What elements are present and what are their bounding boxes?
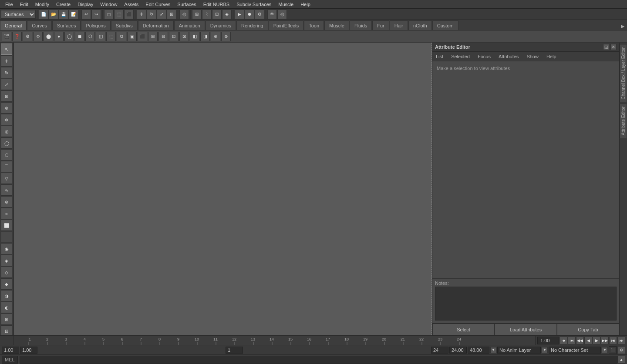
go-end-btn[interactable]: ⏭: [617, 337, 625, 344]
twist-tool[interactable]: ⊛: [1, 196, 12, 207]
tb2-15[interactable]: ⊞: [148, 32, 158, 41]
right-tab-channel-box[interactable]: Channel Box / Layer Editor: [620, 44, 627, 103]
menu-subdiv[interactable]: Subdiv Surfaces: [233, 1, 275, 8]
rotate-btn[interactable]: ↻: [147, 10, 156, 19]
tb2-6[interactable]: ●: [54, 32, 64, 41]
char-set-dropdown-btn[interactable]: ▼: [602, 347, 608, 353]
select-btn[interactable]: ◻: [104, 10, 114, 19]
next-key-btn[interactable]: ⏭: [609, 337, 617, 344]
tb2-4[interactable]: ⚙: [33, 32, 43, 41]
attr-menu-show[interactable]: Show: [525, 53, 540, 60]
tb2-21[interactable]: ⊕: [211, 32, 220, 41]
soft-select-btn[interactable]: ◎: [179, 10, 189, 19]
menu-help[interactable]: Help: [297, 1, 314, 8]
tab-fur[interactable]: Fur: [372, 20, 389, 30]
sculpt-tool5[interactable]: ◑: [1, 290, 12, 301]
tb2-16[interactable]: ⊟: [158, 32, 168, 41]
tab-muscle[interactable]: Muscle: [324, 20, 349, 30]
attr-menu-help[interactable]: Help: [545, 53, 558, 60]
play-fwd-btn[interactable]: ▶: [593, 337, 600, 344]
tb2-3[interactable]: ⚙: [23, 32, 32, 41]
menu-edit[interactable]: Edit: [17, 1, 32, 8]
tabs-scroll-right[interactable]: ▶: [618, 23, 627, 30]
attr-menu-list[interactable]: List: [434, 53, 445, 60]
mel-input[interactable]: [20, 356, 617, 364]
start-frame-field[interactable]: 1.00: [2, 347, 19, 354]
sculpt-tool6[interactable]: ◐: [1, 302, 12, 313]
save-as-btn[interactable]: 📝: [69, 10, 78, 19]
paint-select-btn[interactable]: ⬛: [124, 10, 134, 19]
tb2-18[interactable]: ⊠: [179, 32, 189, 41]
attr-notes-textarea[interactable]: [435, 287, 617, 321]
ipr-btn[interactable]: ⏺: [245, 10, 254, 19]
move-btn[interactable]: ✛: [137, 10, 146, 19]
step-back-btn[interactable]: ◀◀: [576, 337, 584, 344]
snap-grid-btn[interactable]: ⊞: [192, 10, 202, 19]
grid-tool[interactable]: ⊞: [1, 314, 12, 325]
tab-ncloth[interactable]: nCloth: [408, 20, 432, 30]
fps-dropdown-btn[interactable]: ▼: [490, 347, 496, 353]
lattice-tool[interactable]: ⬡: [1, 149, 12, 160]
tb2-14[interactable]: ⬛: [138, 32, 147, 41]
timeline-area[interactable]: 1 2 3 4 5 6 7 8 9 10 11 12 13 14 15 16 1: [0, 335, 627, 345]
open-scene-btn[interactable]: 📂: [49, 10, 58, 19]
tb2-19[interactable]: ◧: [190, 32, 199, 41]
autokey-btn[interactable]: ⬛: [609, 346, 617, 354]
tb2-11[interactable]: ⬚: [106, 32, 116, 41]
attr-menu-focus[interactable]: Focus: [476, 53, 492, 60]
tb2-17[interactable]: ⊡: [169, 32, 179, 41]
sculpt-tool2[interactable]: ◈: [1, 255, 12, 266]
soft-tool[interactable]: ◯: [1, 137, 12, 149]
menu-display[interactable]: Display: [74, 1, 97, 8]
menu-muscle[interactable]: Muscle: [275, 1, 297, 8]
menu-surfaces[interactable]: Surfaces: [174, 1, 199, 8]
sculpt-tool1[interactable]: ◉: [1, 243, 12, 254]
isolate-btn[interactable]: ◎: [277, 10, 287, 19]
prefs-btn[interactable]: ⚙: [617, 346, 625, 354]
fps-field[interactable]: 48.00: [468, 347, 489, 354]
bind-tool[interactable]: ◎: [1, 126, 12, 137]
rotate-tool[interactable]: ↻: [1, 67, 12, 78]
tb2-20[interactable]: ◨: [200, 32, 210, 41]
mel-collapse-btn[interactable]: ▲: [617, 356, 625, 364]
wave-tool[interactable]: ≈: [1, 208, 12, 219]
timeline-ruler[interactable]: 1 2 3 4 5 6 7 8 9 10 11 12 13 14 15 16 1: [28, 336, 535, 345]
attr-menu-attributes[interactable]: Attributes: [497, 53, 520, 60]
playback-end-field[interactable]: 24: [431, 347, 448, 354]
tab-fluids[interactable]: Fluids: [350, 20, 372, 30]
new-scene-btn[interactable]: 📄: [39, 10, 48, 19]
tab-painteffects[interactable]: PaintEffects: [269, 20, 304, 30]
tb2-5[interactable]: ⬤: [44, 32, 53, 41]
tab-custom[interactable]: Custom: [432, 20, 458, 30]
snap-curve-btn[interactable]: ⌇: [202, 10, 212, 19]
snap-view-btn[interactable]: ◈: [222, 10, 232, 19]
transform-tool[interactable]: ⊞: [1, 90, 12, 102]
attr-select-btn[interactable]: Select: [432, 324, 495, 335]
ik-tool[interactable]: ⊗: [1, 114, 12, 125]
bend-tool[interactable]: ⌒: [1, 161, 12, 172]
snap-point-btn[interactable]: ⊡: [212, 10, 222, 19]
anim-layer-field[interactable]: No Anim Layer: [497, 347, 541, 354]
sculpt-tool4[interactable]: ◆: [1, 278, 12, 290]
cloth-tool[interactable]: ⬜: [1, 220, 12, 231]
undo-btn[interactable]: ↩: [81, 10, 91, 19]
tb2-22[interactable]: ⊗: [221, 32, 231, 41]
tab-deformation[interactable]: Deformation: [138, 20, 174, 30]
tab-dynamics[interactable]: Dynamics: [206, 20, 236, 30]
current-frame-field[interactable]: 1: [226, 347, 243, 354]
menu-edit-curves[interactable]: Edit Curves: [142, 1, 174, 8]
attr-copy-tab-btn[interactable]: Copy Tab: [557, 324, 619, 335]
anim-end-field[interactable]: 24.00: [449, 347, 467, 354]
tb2-7[interactable]: ◯: [64, 32, 74, 41]
right-tab-attribute-editor[interactable]: Attribute Editor: [620, 104, 627, 138]
tab-rendering[interactable]: Rendering: [236, 20, 268, 30]
flare-tool[interactable]: ▽: [1, 173, 12, 184]
viewport[interactable]: [14, 43, 432, 335]
sculpt-tool3[interactable]: ◇: [1, 267, 12, 278]
tab-subdivs[interactable]: Subdivs: [111, 20, 138, 30]
attr-float-btn[interactable]: ◱: [603, 44, 609, 50]
tab-animation[interactable]: Animation: [174, 20, 205, 30]
tab-surfaces[interactable]: Surfaces: [52, 20, 81, 30]
render-settings-btn[interactable]: ⚙: [255, 10, 264, 19]
attr-menu-selected[interactable]: Selected: [449, 53, 472, 60]
